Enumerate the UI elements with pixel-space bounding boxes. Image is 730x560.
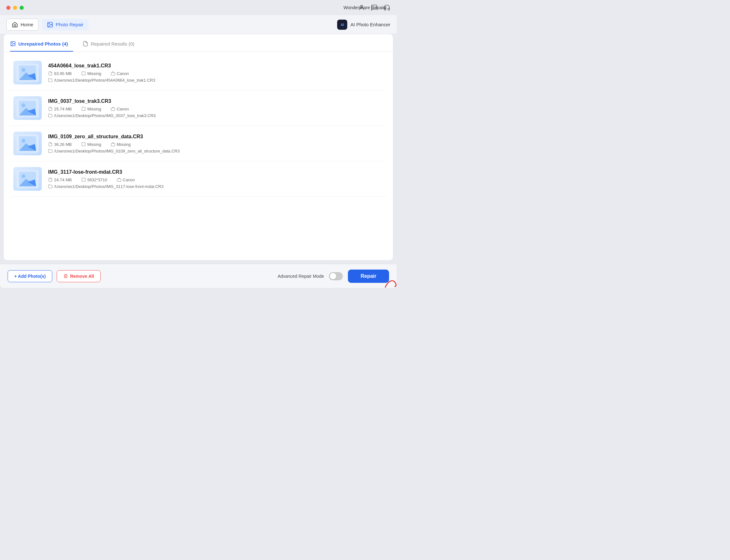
folder-icon xyxy=(48,184,53,189)
svg-marker-33 xyxy=(394,284,397,288)
unrepaired-tab-label: Unrepaired Photos (4) xyxy=(18,41,68,47)
photo-camera: Missing xyxy=(111,142,131,147)
svg-point-14 xyxy=(22,103,25,107)
photo-dimensions: Missing xyxy=(81,107,101,111)
photo-size: 24.74 MB xyxy=(48,177,72,182)
list-item: 454A0664_lose_trak1.CR3 63.95 MB Missing xyxy=(10,55,387,90)
trash-icon xyxy=(63,274,68,278)
camera-icon xyxy=(111,107,115,111)
photo-repair-button[interactable]: Photo Repair xyxy=(42,19,89,30)
ai-enhancer-label: AI Photo Enhancer xyxy=(350,22,390,27)
ai-enhancer-button[interactable]: AI AI Photo Enhancer xyxy=(337,20,390,30)
photo-size: 63.95 MB xyxy=(48,71,72,76)
svg-point-7 xyxy=(22,68,25,72)
photo-thumbnail xyxy=(13,96,42,120)
bottombar-right: Advanced Repair Mode Repair xyxy=(278,270,389,283)
home-icon xyxy=(12,22,18,28)
maximize-button[interactable] xyxy=(20,6,24,10)
svg-point-2 xyxy=(49,23,50,24)
close-button[interactable] xyxy=(6,6,10,10)
list-item: IMG_0037_lose_trak3.CR3 25.74 MB Missing xyxy=(10,90,387,126)
svg-point-21 xyxy=(22,139,25,143)
photo-info: IMG_0109_zero_all_structure_data.CR3 36.… xyxy=(48,134,384,153)
photo-name: IMG_0109_zero_all_structure_data.CR3 xyxy=(48,134,384,140)
photo-dimensions: 5632*3710 xyxy=(81,177,107,182)
tab-unrepaired[interactable]: Unrepaired Photos (4) xyxy=(10,41,73,52)
home-label: Home xyxy=(21,22,33,27)
svg-rect-31 xyxy=(82,178,85,182)
file-icon xyxy=(48,107,53,111)
svg-point-28 xyxy=(22,174,25,178)
photo-thumbnail xyxy=(13,167,42,191)
file-icon xyxy=(48,71,53,76)
navbar: Home Photo Repair AI AI Photo Enhancer xyxy=(0,15,397,34)
bottombar-left: + Add Photo(s) Remove All xyxy=(8,270,101,282)
photo-repair-icon xyxy=(47,22,53,28)
photo-path: /Users/ws1/Desktop/Photos/454A0664_lose_… xyxy=(48,78,384,83)
bottombar: + Add Photo(s) Remove All Advanced Repai… xyxy=(0,264,397,288)
dimensions-icon xyxy=(81,142,86,146)
photo-path: /Users/ws1/Desktop/Photos/IMG_0037_lose_… xyxy=(48,113,384,118)
folder-icon xyxy=(48,113,53,118)
app-title: Wondershare Repairit xyxy=(343,5,387,10)
photo-meta: 24.74 MB 5632*3710 Canon xyxy=(48,177,384,182)
photo-meta: 25.74 MB Missing Canon xyxy=(48,107,384,111)
photo-list: 454A0664_lose_trak1.CR3 63.95 MB Missing xyxy=(4,52,393,260)
window-controls xyxy=(6,6,24,10)
add-photos-button[interactable]: + Add Photo(s) xyxy=(8,270,52,282)
photo-dimensions: Missing xyxy=(81,142,101,147)
home-button[interactable]: Home xyxy=(6,19,39,31)
photo-info: IMG_3117-lose-front-mdat.CR3 24.74 MB 56… xyxy=(48,169,384,189)
photo-meta: 63.95 MB Missing Canon xyxy=(48,71,384,76)
minimize-button[interactable] xyxy=(13,6,17,10)
remove-all-label: Remove All xyxy=(70,274,94,279)
repair-label: Repair xyxy=(360,273,377,279)
list-item: IMG_0109_zero_all_structure_data.CR3 36.… xyxy=(10,126,387,161)
photo-camera: Canon xyxy=(111,71,129,76)
titlebar: Wondershare Repairit xyxy=(0,0,397,15)
folder-icon xyxy=(48,78,53,82)
photo-camera: Canon xyxy=(117,177,135,182)
folder-icon xyxy=(48,149,53,153)
advanced-repair-toggle[interactable] xyxy=(329,272,343,280)
svg-rect-10 xyxy=(82,72,85,75)
dimensions-icon xyxy=(81,177,86,182)
photo-name: IMG_0037_lose_trak3.CR3 xyxy=(48,98,384,104)
photo-name: 454A0664_lose_trak1.CR3 xyxy=(48,63,384,69)
advanced-repair-mode-label: Advanced Repair Mode xyxy=(278,274,324,279)
navbar-left: Home Photo Repair xyxy=(6,19,89,31)
photo-thumbnail xyxy=(13,61,42,84)
file-icon xyxy=(48,142,53,146)
ai-badge: AI xyxy=(337,20,347,30)
photo-thumbnail-icon xyxy=(16,134,39,153)
repaired-tab-icon xyxy=(83,41,88,47)
camera-icon xyxy=(117,177,121,182)
svg-rect-17 xyxy=(82,107,85,111)
tabs: Unrepaired Photos (4) Repaired Results (… xyxy=(4,34,393,52)
photo-info: 454A0664_lose_trak1.CR3 63.95 MB Missing xyxy=(48,63,384,83)
photo-path: /Users/ws1/Desktop/Photos/IMG_0109_zero_… xyxy=(48,149,384,153)
photo-dimensions: Missing xyxy=(81,71,101,76)
svg-rect-25 xyxy=(111,143,115,146)
repaired-tab-label: Repaired Results (0) xyxy=(91,41,134,47)
photo-thumbnail xyxy=(13,132,42,155)
remove-all-button[interactable]: Remove All xyxy=(57,270,101,282)
list-item: IMG_3117-lose-front-mdat.CR3 24.74 MB 56… xyxy=(10,161,387,197)
svg-rect-32 xyxy=(117,179,121,182)
toggle-knob xyxy=(330,273,336,279)
unrepaired-tab-icon xyxy=(10,41,16,47)
svg-point-4 xyxy=(12,42,12,43)
photo-meta: 36.26 MB Missing Missing xyxy=(48,142,384,147)
photo-info: IMG_0037_lose_trak3.CR3 25.74 MB Missing xyxy=(48,98,384,118)
camera-icon xyxy=(111,142,115,146)
photo-repair-label: Photo Repair xyxy=(56,22,84,27)
camera-icon xyxy=(111,71,115,76)
tab-repaired[interactable]: Repaired Results (0) xyxy=(83,41,140,52)
photo-thumbnail-icon xyxy=(16,170,39,188)
photo-camera: Canon xyxy=(111,107,129,111)
add-photos-label: + Add Photo(s) xyxy=(14,274,46,279)
photo-name: IMG_3117-lose-front-mdat.CR3 xyxy=(48,169,384,175)
dimensions-icon xyxy=(81,71,86,76)
photo-thumbnail-icon xyxy=(16,99,39,117)
svg-rect-11 xyxy=(111,72,115,75)
